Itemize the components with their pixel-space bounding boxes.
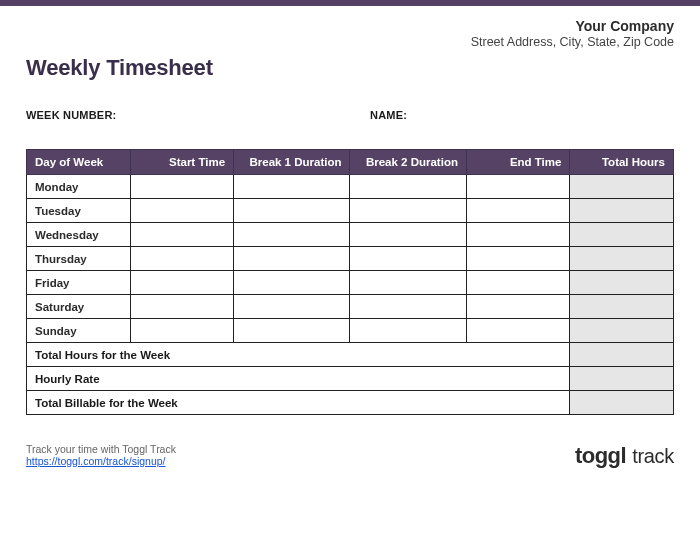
start-cell xyxy=(130,175,234,199)
end-cell xyxy=(466,247,570,271)
total-cell xyxy=(570,271,674,295)
toggl-track-logo: toggl track xyxy=(575,443,674,469)
name-label: NAME: xyxy=(370,109,407,121)
day-cell: Tuesday xyxy=(27,199,131,223)
total-cell xyxy=(570,319,674,343)
start-cell xyxy=(130,223,234,247)
total-cell xyxy=(570,175,674,199)
col-start: Start Time xyxy=(130,150,234,175)
break1-cell xyxy=(234,247,350,271)
day-cell: Monday xyxy=(27,175,131,199)
col-end: End Time xyxy=(466,150,570,175)
logo-word-track: track xyxy=(632,445,674,468)
table-row: Monday xyxy=(27,175,674,199)
start-cell xyxy=(130,271,234,295)
total-cell xyxy=(570,223,674,247)
day-cell: Wednesday xyxy=(27,223,131,247)
summary-total-billable-row: Total Billable for the Week xyxy=(27,391,674,415)
start-cell xyxy=(130,295,234,319)
table-row: Thursday xyxy=(27,247,674,271)
break2-cell xyxy=(350,223,466,247)
summary-total-hours-value xyxy=(570,343,674,367)
company-name: Your Company xyxy=(26,18,674,34)
end-cell xyxy=(466,271,570,295)
day-cell: Thursday xyxy=(27,247,131,271)
logo-word-toggl: toggl xyxy=(575,443,626,469)
end-cell xyxy=(466,199,570,223)
company-address: Street Address, City, State, Zip Code xyxy=(26,35,674,49)
summary-total-billable-label: Total Billable for the Week xyxy=(27,391,570,415)
end-cell xyxy=(466,175,570,199)
col-total: Total Hours xyxy=(570,150,674,175)
company-block: Your Company Street Address, City, State… xyxy=(26,18,674,49)
total-cell xyxy=(570,199,674,223)
break2-cell xyxy=(350,319,466,343)
page-title: Weekly Timesheet xyxy=(26,55,674,81)
table-header-row: Day of Week Start Time Break 1 Duration … xyxy=(27,150,674,175)
footer-tagline: Track your time with Toggl Track xyxy=(26,443,176,455)
break2-cell xyxy=(350,175,466,199)
break2-cell xyxy=(350,199,466,223)
timesheet-table: Day of Week Start Time Break 1 Duration … xyxy=(26,149,674,415)
day-cell: Saturday xyxy=(27,295,131,319)
footer-signup-link[interactable]: https://toggl.com/track/signup/ xyxy=(26,455,165,467)
end-cell xyxy=(466,295,570,319)
break1-cell xyxy=(234,223,350,247)
start-cell xyxy=(130,247,234,271)
break2-cell xyxy=(350,247,466,271)
break2-cell xyxy=(350,295,466,319)
summary-hourly-rate-value xyxy=(570,367,674,391)
total-cell xyxy=(570,295,674,319)
summary-hourly-rate-label: Hourly Rate xyxy=(27,367,570,391)
day-cell: Sunday xyxy=(27,319,131,343)
meta-row: WEEK NUMBER: NAME: xyxy=(26,105,674,123)
day-cell: Friday xyxy=(27,271,131,295)
end-cell xyxy=(466,319,570,343)
summary-total-hours-label: Total Hours for the Week xyxy=(27,343,570,367)
week-number-label: WEEK NUMBER: xyxy=(26,109,116,121)
table-row: Tuesday xyxy=(27,199,674,223)
table-row: Friday xyxy=(27,271,674,295)
summary-hourly-rate-row: Hourly Rate xyxy=(27,367,674,391)
start-cell xyxy=(130,319,234,343)
summary-total-billable-value xyxy=(570,391,674,415)
break1-cell xyxy=(234,199,350,223)
col-break2: Break 2 Duration xyxy=(350,150,466,175)
col-day: Day of Week xyxy=(27,150,131,175)
break1-cell xyxy=(234,271,350,295)
col-break1: Break 1 Duration xyxy=(234,150,350,175)
total-cell xyxy=(570,247,674,271)
start-cell xyxy=(130,199,234,223)
summary-total-hours-row: Total Hours for the Week xyxy=(27,343,674,367)
break1-cell xyxy=(234,319,350,343)
table-row: Saturday xyxy=(27,295,674,319)
break2-cell xyxy=(350,271,466,295)
break1-cell xyxy=(234,175,350,199)
footer: Track your time with Toggl Track https:/… xyxy=(26,443,674,469)
table-row: Wednesday xyxy=(27,223,674,247)
table-row: Sunday xyxy=(27,319,674,343)
break1-cell xyxy=(234,295,350,319)
end-cell xyxy=(466,223,570,247)
